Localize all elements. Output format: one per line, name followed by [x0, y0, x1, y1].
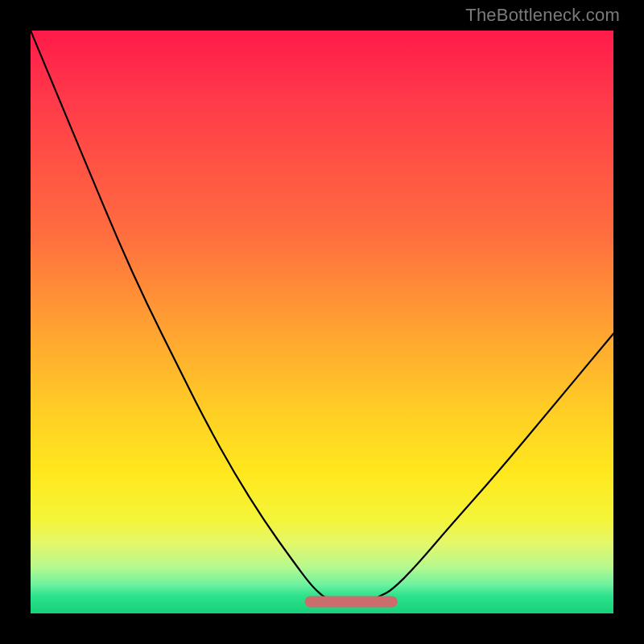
chart-frame: TheBottleneck.com	[0, 0, 644, 644]
bottleneck-curve	[31, 31, 613, 602]
plot-area	[31, 31, 613, 613]
attribution-text: TheBottleneck.com	[465, 5, 620, 26]
curve-layer	[31, 31, 613, 613]
